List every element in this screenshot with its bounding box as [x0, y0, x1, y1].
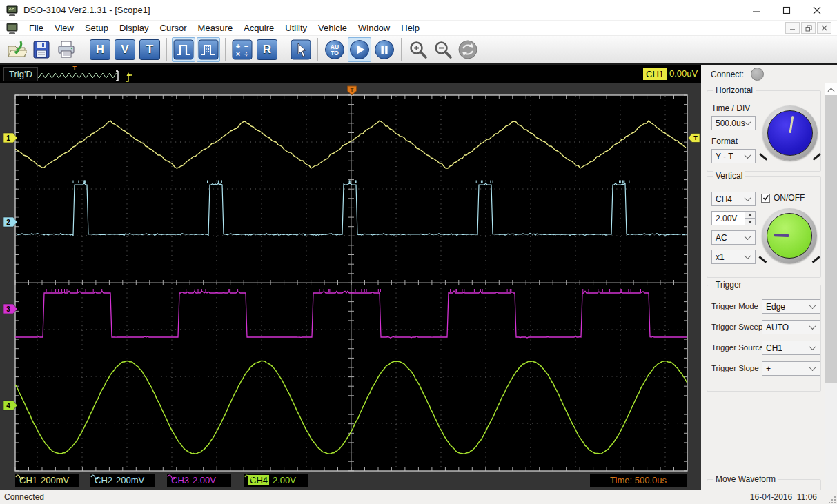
mdi-restore-button[interactable]: [801, 22, 816, 34]
toolbar-zoom-in-button[interactable]: [406, 37, 430, 62]
toolbar-separator: [83, 38, 83, 61]
chevron-down-icon: [745, 152, 751, 159]
toolbar-sync-button[interactable]: [456, 37, 480, 62]
trigger-source-select[interactable]: CH1: [762, 341, 820, 355]
minimize-button[interactable]: [747, 3, 765, 18]
chevron-down-icon: [809, 364, 816, 371]
toolbar-print-button[interactable]: [55, 37, 78, 62]
trigger-slope-select[interactable]: +: [762, 361, 820, 376]
format-select[interactable]: Y - T: [711, 149, 756, 163]
resize-grip[interactable]: [827, 494, 836, 504]
svg-text:×: ×: [236, 50, 240, 58]
horizontal-knob[interactable]: [762, 105, 818, 161]
trigger-bar: Trig'D T CH1 0.00uV: [0, 65, 701, 83]
trigger-position-marker[interactable]: T: [348, 86, 357, 95]
trigger-row-label: Trigger Source: [711, 343, 764, 352]
connect-indicator: [751, 68, 764, 81]
horizontal-group-title: Horizontal: [713, 85, 756, 95]
trigger-level-marker[interactable]: T: [688, 134, 700, 143]
coupling-select[interactable]: AC: [711, 230, 756, 245]
channel-label-ch1[interactable]: CH1200mV: [15, 474, 79, 487]
menu-help[interactable]: Help: [395, 21, 425, 34]
datetime-readout: 16-04-2016 11:06: [740, 490, 827, 504]
channel-onoff-checkbox[interactable]: ON/OFF: [761, 193, 805, 203]
connection-status: Connected: [4, 492, 44, 502]
connect-area: Connect:: [701, 65, 837, 83]
graticule-and-traces: 1234TT: [0, 83, 701, 490]
chevron-down-icon: [809, 343, 816, 350]
maximize-button[interactable]: [778, 3, 796, 18]
toolbar-pulse-width-button[interactable]: [172, 37, 195, 62]
time-div-label: Time / DIV: [711, 103, 750, 113]
toolbar-pause-button[interactable]: [373, 37, 396, 62]
toolbar: HVT+−×÷RAUTO: [0, 36, 837, 65]
ac-coupling-icon: [244, 474, 253, 481]
channel-label-ch4[interactable]: CH42.00V: [244, 474, 308, 487]
toolbar-math-button[interactable]: +−×÷: [230, 37, 254, 62]
close-button[interactable]: [808, 3, 826, 18]
chevron-down-icon: [745, 233, 751, 240]
trigger-mode-select[interactable]: Edge: [762, 299, 820, 314]
panel-scrollbar[interactable]: [825, 83, 837, 490]
document-icon: [6, 23, 18, 34]
toolbar-horizontal-setup-button[interactable]: H: [88, 37, 112, 62]
scrollbar-up-button[interactable]: [825, 83, 837, 95]
mdi-close-button[interactable]: [817, 22, 831, 34]
svg-text:AU: AU: [331, 43, 339, 50]
toolbar-run-button[interactable]: [348, 37, 371, 62]
toolbar-open-button[interactable]: [5, 37, 28, 62]
chevron-down-icon: [745, 194, 751, 201]
menu-measure[interactable]: Measure: [193, 21, 239, 34]
toolbar-reference-button[interactable]: R: [255, 37, 279, 62]
spinner-down-button[interactable]: [745, 218, 755, 225]
toolbar-vertical-setup-button[interactable]: V: [113, 37, 137, 62]
menu-window[interactable]: Window: [353, 21, 395, 34]
vertical-channel-select[interactable]: CH4: [711, 192, 756, 206]
spinner-up-button[interactable]: [745, 212, 755, 218]
trigger-sweep-select[interactable]: AUTO: [762, 320, 820, 334]
channel-label-ch2[interactable]: CH2200mV: [90, 474, 155, 487]
menu-vehicle[interactable]: Vehicle: [313, 21, 353, 34]
checkbox-check-icon: [761, 194, 770, 203]
trigger-edge-icon: [125, 72, 135, 83]
menu-utility[interactable]: Utility: [279, 21, 313, 34]
chevron-down-icon: [809, 323, 816, 330]
channel-scale: 2.00V: [193, 475, 216, 485]
title-bar: DSO-3104 Ver2.1.31 - [Scope1]: [0, 0, 837, 21]
trigger-level-value: 0.00uV: [669, 68, 698, 79]
time-div-select[interactable]: 500.0us: [711, 116, 756, 130]
menu-display[interactable]: Display: [114, 21, 155, 34]
vertical-knob[interactable]: [762, 208, 817, 263]
volts-div-spinner[interactable]: 2.00V: [711, 211, 756, 225]
svg-text:2: 2: [6, 219, 10, 226]
svg-text:4: 4: [6, 402, 10, 410]
toolbar-save-button[interactable]: [30, 37, 53, 62]
trigger-status-row: Trig'D T CH1 0.00uV Connect:: [0, 65, 837, 83]
trigger-group-title: Trigger: [713, 280, 745, 290]
ac-coupling-icon: [90, 474, 99, 481]
channel-label-ch3[interactable]: CH32.00V: [167, 474, 231, 487]
toolbar-separator: [317, 38, 318, 61]
ac-coupling-icon: [167, 474, 176, 481]
menu-setup[interactable]: Setup: [79, 21, 114, 34]
toolbar-pulse-train-button[interactable]: [197, 37, 220, 62]
move-waveform-title: Move Waveform: [713, 474, 778, 484]
svg-text:3: 3: [6, 305, 10, 313]
probe-select[interactable]: x1: [711, 250, 756, 264]
toolbar-zoom-out-button[interactable]: [431, 37, 455, 62]
menu-view[interactable]: View: [49, 21, 79, 34]
mdi-minimize-button[interactable]: [785, 22, 800, 34]
scope-display: 1234TT CH1200mVCH2200mVCH32.00VCH42.00V …: [0, 83, 701, 490]
toolbar-trigger-setup-button[interactable]: T: [138, 37, 161, 62]
toolbar-autoset-button[interactable]: AUTO: [323, 37, 346, 62]
horizontal-group: Horizontal Time / DIV 500.0us Format Y -…: [707, 90, 821, 172]
waveform-preview[interactable]: T: [26, 65, 121, 83]
menu-cursor[interactable]: Cursor: [155, 21, 193, 34]
toolbar-cursor-button[interactable]: [289, 37, 313, 62]
trigger-status-badge: Trig'D: [3, 67, 38, 81]
menu-file[interactable]: File: [23, 21, 49, 34]
menu-acquire[interactable]: Acquire: [238, 21, 279, 34]
move-waveform-group: Move Waveform: [707, 479, 821, 490]
workspace: 1234TT CH1200mVCH2200mVCH32.00VCH42.00V …: [0, 83, 837, 490]
scrollbar-thumb[interactable]: [825, 95, 837, 383]
